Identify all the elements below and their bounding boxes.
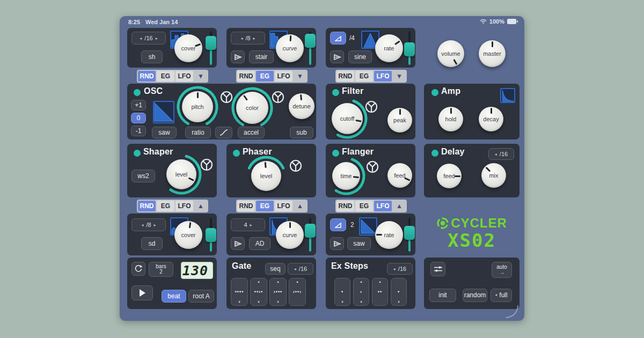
env-trigger-button[interactable] bbox=[231, 237, 245, 250]
rate-stepper[interactable]: ◂ /8 ▸ bbox=[231, 32, 265, 45]
detune-knob[interactable]: detune bbox=[289, 93, 314, 119]
step-up-arrow-icon[interactable]: ▴ bbox=[289, 280, 305, 284]
play-button[interactable] bbox=[131, 285, 153, 300]
shape-button[interactable]: sh bbox=[141, 50, 163, 63]
mode-eg[interactable]: EG bbox=[256, 201, 274, 211]
mode-rnd[interactable]: RND bbox=[138, 201, 156, 211]
ratio-button[interactable]: ratio bbox=[185, 127, 211, 138]
curve-knob[interactable]: curve bbox=[276, 221, 304, 249]
mod-assign-icon[interactable] bbox=[271, 90, 285, 104]
ex-steps-rate-stepper[interactable]: ◂ /16 bbox=[387, 263, 413, 275]
octave-up-button[interactable]: +1 bbox=[131, 100, 146, 111]
expand-arrow-icon[interactable]: ▲ bbox=[393, 202, 406, 210]
rate-stepper[interactable]: 4 ▸ bbox=[231, 218, 265, 231]
seq-button[interactable]: seq bbox=[265, 263, 286, 275]
shape-button[interactable]: sd bbox=[141, 237, 163, 250]
gate-step-4[interactable]: ▴ ›••› bbox=[289, 278, 306, 306]
amp-led[interactable] bbox=[431, 89, 438, 96]
mode-rnd[interactable]: RND bbox=[138, 71, 156, 82]
saw-wave-icon[interactable] bbox=[153, 101, 174, 123]
mod-amount-slider[interactable] bbox=[404, 217, 415, 252]
ex-step-3[interactable]: ▴ •• bbox=[372, 278, 388, 306]
stepper-right-icon[interactable]: ▸ bbox=[154, 223, 156, 227]
curve-knob[interactable]: curve bbox=[276, 34, 304, 62]
stepper-left-icon[interactable]: ◂ bbox=[140, 36, 142, 41]
collapse-arrow-icon[interactable]: ▼ bbox=[294, 72, 306, 80]
step-down-arrow-icon[interactable]: ▾ bbox=[391, 300, 406, 304]
bars-button[interactable]: bars 2 bbox=[149, 262, 173, 277]
mod-assign-icon[interactable] bbox=[289, 159, 303, 173]
ex-step-2[interactable]: ▴ › ▾ bbox=[353, 278, 369, 306]
sub-button[interactable]: sub bbox=[290, 127, 313, 138]
mod-amount-slider[interactable] bbox=[206, 31, 216, 65]
ex-step-1[interactable]: • ▾ bbox=[334, 278, 350, 306]
expand-arrow-icon[interactable]: ▲ bbox=[194, 202, 207, 210]
gate-step-3[interactable]: ▴ ›••• ▾ bbox=[269, 278, 287, 306]
delay-rate-stepper[interactable]: ◂ /16 bbox=[488, 148, 514, 160]
flanger-feed-knob[interactable]: feed bbox=[387, 163, 412, 188]
collapse-arrow-icon[interactable]: ▼ bbox=[194, 72, 207, 80]
gate-step-2[interactable]: ▴ ••›• ▾ bbox=[250, 278, 267, 306]
mode-rnd[interactable]: RND bbox=[336, 71, 354, 82]
mod-amount-slider[interactable] bbox=[404, 31, 415, 65]
step-down-arrow-icon[interactable]: ▾ bbox=[251, 300, 267, 304]
mode-lfo[interactable]: LFO bbox=[374, 71, 392, 82]
cover-knob[interactable]: cover bbox=[174, 34, 202, 62]
gate-step-1[interactable]: •••• ▾ bbox=[231, 278, 248, 306]
env-trigger-button[interactable] bbox=[330, 237, 344, 250]
mode-rnd[interactable]: RND bbox=[237, 201, 255, 211]
step-down-arrow-icon[interactable]: ▾ bbox=[335, 300, 350, 304]
master-knob[interactable]: master bbox=[479, 40, 506, 67]
color-knob[interactable]: color bbox=[236, 92, 268, 124]
volume-knob[interactable]: volume bbox=[437, 40, 464, 67]
pitch-knob[interactable]: pitch bbox=[182, 91, 213, 122]
stepper-left-icon[interactable]: ◂ bbox=[240, 36, 243, 41]
step-down-arrow-icon[interactable]: ▾ bbox=[231, 300, 247, 304]
mixer-button[interactable] bbox=[430, 262, 445, 276]
random-button[interactable]: random bbox=[463, 289, 487, 302]
shape-button[interactable]: stair bbox=[249, 50, 274, 63]
env-trigger-button[interactable] bbox=[231, 50, 245, 63]
mod-amount-slider[interactable] bbox=[206, 217, 216, 252]
flanger-led[interactable] bbox=[332, 150, 339, 157]
slider-handle[interactable] bbox=[404, 226, 415, 240]
phaser-level-knob[interactable]: level bbox=[251, 161, 281, 191]
delay-feed-knob[interactable]: feed bbox=[437, 164, 462, 188]
stepper-right-icon[interactable]: ▸ bbox=[253, 36, 255, 41]
rate-knob[interactable]: rate bbox=[375, 221, 403, 249]
slider-handle[interactable] bbox=[206, 36, 216, 50]
mod-assign-icon[interactable] bbox=[365, 160, 379, 174]
mode-rnd[interactable]: RND bbox=[237, 71, 255, 82]
mode-lfo[interactable]: LFO bbox=[374, 201, 392, 211]
root-note-button[interactable]: root A bbox=[188, 290, 214, 303]
step-down-arrow-icon[interactable]: ▾ bbox=[270, 300, 286, 304]
stepper-left-icon[interactable]: ◂ bbox=[495, 293, 497, 297]
mode-lfo[interactable]: LFO bbox=[175, 201, 193, 211]
hold-knob[interactable]: hold bbox=[438, 107, 463, 131]
mod-assign-icon[interactable] bbox=[364, 100, 378, 114]
decay-knob[interactable]: decay bbox=[479, 107, 503, 131]
shaper-level-knob[interactable]: level bbox=[166, 159, 196, 189]
stepper-right-icon[interactable]: ▸ bbox=[156, 36, 158, 41]
slider-handle[interactable] bbox=[305, 224, 316, 238]
beat-button[interactable]: beat bbox=[162, 290, 186, 303]
cutoff-knob[interactable]: cutoff bbox=[332, 103, 363, 134]
gate-rate-stepper[interactable]: ◂ /16 bbox=[288, 263, 313, 275]
delay-led[interactable] bbox=[431, 150, 438, 157]
filter-led[interactable] bbox=[332, 89, 339, 96]
stepper-left-icon[interactable]: ◂ bbox=[294, 267, 296, 271]
mode-lfo[interactable]: LFO bbox=[175, 71, 193, 82]
env-trigger-button[interactable] bbox=[330, 50, 344, 63]
cover-knob[interactable]: cover bbox=[174, 221, 202, 249]
ex-step-4[interactable]: • ▾ bbox=[391, 278, 407, 306]
slider-handle[interactable] bbox=[305, 34, 316, 48]
slider-handle[interactable] bbox=[206, 228, 216, 242]
rate-stepper[interactable]: ◂ /8 ▸ bbox=[131, 218, 166, 231]
accel-button[interactable]: accel bbox=[238, 127, 265, 138]
stepper-left-icon[interactable]: ◂ bbox=[495, 152, 497, 157]
collapse-arrow-icon[interactable]: ▼ bbox=[393, 72, 406, 80]
exp-decay-icon[interactable] bbox=[500, 88, 515, 103]
shaper-led[interactable] bbox=[134, 150, 141, 157]
osc-wave-button[interactable]: saw bbox=[152, 127, 177, 138]
phaser-led[interactable] bbox=[233, 150, 240, 157]
